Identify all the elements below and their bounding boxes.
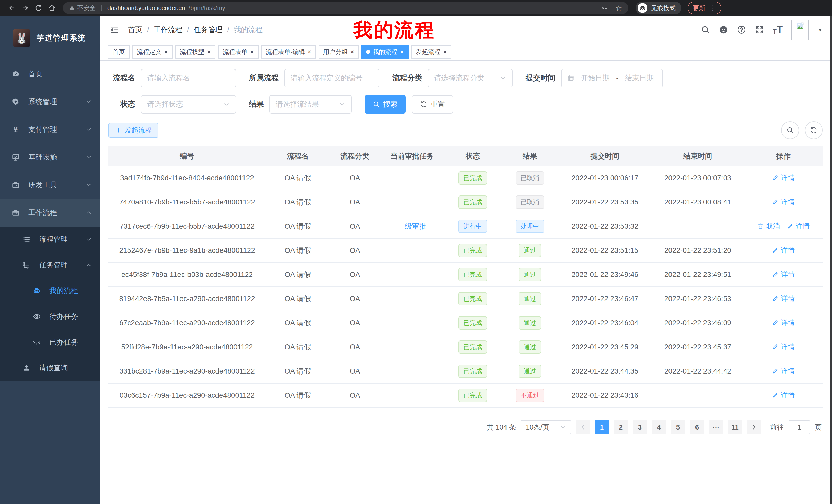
search-button[interactable]: 搜索	[365, 95, 406, 114]
forward-icon[interactable]	[19, 4, 32, 12]
tab-我的流程[interactable]: 我的流程×	[362, 45, 409, 59]
tab-首页[interactable]: 首页	[108, 45, 130, 59]
sidebar-item-研发工具[interactable]: 研发工具	[0, 171, 100, 199]
detail-link[interactable]: 详情	[772, 318, 795, 327]
page-button-6[interactable]: 6	[690, 420, 704, 435]
goto-page-input[interactable]	[788, 420, 810, 435]
sidebar-item-待办任务[interactable]: 待办任务	[0, 304, 100, 329]
url-bar[interactable]: 不安全 dashboard.yudao.iocoder.cn/bpm/task/…	[63, 2, 628, 14]
result-badge: 已取消	[516, 171, 544, 185]
breadcrumb-item[interactable]: 工作流程	[154, 25, 183, 35]
current-task-link[interactable]: 一级审批	[398, 222, 426, 230]
process-name-input[interactable]	[141, 69, 236, 87]
cell-current-task	[380, 311, 444, 335]
avatar[interactable]	[791, 20, 809, 40]
close-icon[interactable]: ×	[400, 49, 404, 55]
edit-icon	[772, 368, 779, 374]
refresh-table-button[interactable]	[805, 121, 823, 139]
tab-流程定义[interactable]: 流程定义×	[132, 45, 173, 59]
page-button-2[interactable]: 2	[614, 420, 628, 435]
breadcrumb-item[interactable]: 任务管理	[194, 25, 223, 35]
status-badge: 已完成	[459, 316, 487, 330]
close-icon[interactable]: ×	[443, 49, 447, 55]
search-icon[interactable]	[701, 25, 710, 34]
tab-发起流程[interactable]: 发起流程×	[411, 45, 451, 59]
page-button-4[interactable]: 4	[652, 420, 666, 435]
tab-用户分组[interactable]: 用户分组×	[318, 45, 359, 59]
result-badge: 通过	[519, 268, 541, 282]
close-icon[interactable]: ×	[164, 49, 168, 55]
close-icon[interactable]: ×	[350, 49, 354, 55]
bookmark-star-icon[interactable]: ☆	[615, 4, 622, 12]
result-select[interactable]: 请选择流结果	[269, 95, 352, 114]
detail-link[interactable]: 详情	[787, 221, 810, 231]
tab-流程表单-编辑[interactable]: 流程表单-编辑×	[261, 45, 316, 59]
sidebar-collapse-icon[interactable]	[109, 25, 119, 35]
next-page-button[interactable]	[747, 420, 761, 435]
breadcrumb-item[interactable]: 首页	[128, 25, 142, 35]
app-logo-row[interactable]: 🐰 芋道管理系统	[0, 16, 100, 60]
close-icon[interactable]: ×	[207, 49, 211, 55]
page-button-5[interactable]: 5	[671, 420, 685, 435]
status-select[interactable]: 请选择状态	[141, 95, 236, 114]
table-row: 67c2eaab-7b9a-11ec-a290-acde48001122OA 请…	[108, 311, 823, 335]
github-icon[interactable]	[719, 25, 728, 34]
cell-status: 已完成	[444, 311, 501, 335]
cancel-link[interactable]: 取消	[757, 221, 780, 231]
cell-name: OA 请假	[266, 239, 330, 262]
process-id-input[interactable]	[284, 69, 380, 87]
chevron-up-icon	[85, 262, 92, 269]
sidebar-item-我的流程[interactable]: 我的流程	[0, 278, 100, 304]
detail-link[interactable]: 详情	[772, 342, 795, 352]
start-date-placeholder[interactable]: 开始日期	[578, 73, 613, 83]
key-icon[interactable]	[601, 5, 607, 11]
page-button-1[interactable]: 1	[595, 420, 609, 435]
detail-link[interactable]: 详情	[772, 173, 795, 183]
chevron-down-icon[interactable]: ▼	[817, 27, 823, 33]
update-button[interactable]: 更新 ⋮	[687, 2, 722, 15]
reload-icon[interactable]	[32, 4, 45, 12]
sidebar-item-支付管理[interactable]: ¥支付管理	[0, 116, 100, 143]
font-size-icon[interactable]: TT	[773, 25, 783, 35]
close-icon[interactable]: ×	[250, 49, 254, 55]
page-size-select[interactable]: 10条/页	[521, 420, 571, 435]
home-icon[interactable]	[45, 4, 59, 12]
sidebar-item-请假查询[interactable]: 请假查询	[0, 355, 100, 381]
detail-link[interactable]: 详情	[772, 390, 795, 400]
result-badge: 通过	[519, 365, 541, 378]
detail-link[interactable]: 详情	[772, 197, 795, 206]
filter-status: 状态 请选择状态	[108, 95, 236, 114]
page-button-11[interactable]: 11	[728, 420, 742, 435]
end-date-placeholder[interactable]: 结束日期	[622, 73, 657, 83]
search-icon	[786, 127, 794, 134]
sidebar-item-流程管理[interactable]: 流程管理	[0, 227, 100, 252]
back-icon[interactable]	[5, 4, 19, 12]
sidebar-item-系统管理[interactable]: 系统管理	[0, 88, 100, 116]
process-id-input-field[interactable]	[290, 74, 373, 82]
sidebar-item-基础设施[interactable]: 基础设施	[0, 143, 100, 171]
prev-page-button[interactable]	[576, 420, 590, 435]
date-range-picker[interactable]: 开始日期 - 结束日期	[561, 69, 663, 87]
cell-status: 已完成	[444, 262, 501, 287]
sidebar-item-工作流程[interactable]: 工作流程	[0, 199, 100, 227]
tab-流程表单[interactable]: 流程表单×	[218, 45, 258, 59]
close-icon[interactable]: ×	[308, 49, 311, 55]
show-search-button[interactable]	[781, 121, 799, 139]
sidebar-item-首页[interactable]: 首页	[0, 60, 100, 88]
reset-button[interactable]: 重置	[412, 95, 453, 114]
sidebar-item-已办任务[interactable]: 已办任务	[0, 329, 100, 355]
create-process-button[interactable]: 发起流程	[108, 123, 158, 138]
fullscreen-icon[interactable]	[755, 25, 764, 34]
page-button-3[interactable]: 3	[633, 420, 647, 435]
process-name-input-field[interactable]	[147, 74, 230, 82]
detail-link[interactable]: 详情	[772, 294, 795, 303]
page-size-value: 10条/页	[526, 423, 549, 432]
browser-menu-icon[interactable]: ⋮	[710, 5, 716, 11]
detail-link[interactable]: 详情	[772, 270, 795, 279]
tab-流程模型[interactable]: 流程模型×	[175, 45, 215, 59]
sidebar-item-任务管理[interactable]: 任务管理	[0, 252, 100, 278]
detail-link[interactable]: 详情	[772, 366, 795, 375]
category-select[interactable]: 请选择流程分类	[428, 69, 513, 87]
detail-link[interactable]: 详情	[772, 246, 795, 255]
help-icon[interactable]	[737, 25, 746, 34]
